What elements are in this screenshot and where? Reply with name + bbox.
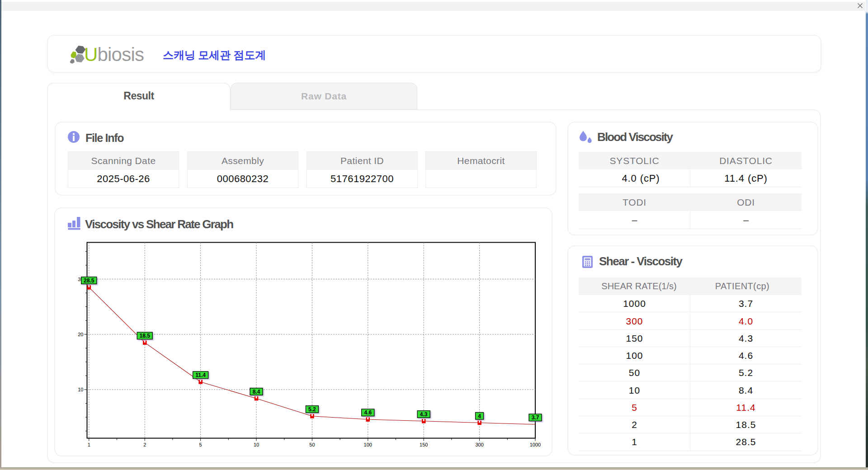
- svg-text:10: 10: [78, 387, 83, 392]
- svg-text:20: 20: [78, 332, 83, 337]
- svg-text:11.4: 11.4: [195, 372, 206, 378]
- svg-text:4.6: 4.6: [364, 409, 372, 416]
- svg-text:50: 50: [309, 442, 315, 447]
- svg-text:300: 300: [475, 442, 483, 447]
- svg-text:5: 5: [199, 442, 202, 447]
- svg-text:28.5: 28.5: [84, 277, 94, 284]
- svg-text:100: 100: [364, 442, 372, 447]
- svg-text:4.3: 4.3: [420, 411, 428, 418]
- svg-text:4: 4: [478, 413, 481, 419]
- svg-text:2: 2: [143, 442, 146, 447]
- svg-text:150: 150: [420, 442, 428, 447]
- svg-text:5.2: 5.2: [308, 406, 316, 413]
- svg-text:3.7: 3.7: [532, 414, 539, 421]
- svg-text:1: 1: [88, 442, 90, 447]
- svg-text:8.4: 8.4: [253, 389, 260, 395]
- svg-text:18.5: 18.5: [140, 333, 151, 339]
- svg-text:10: 10: [254, 442, 259, 447]
- svg-text:1000: 1000: [530, 442, 541, 447]
